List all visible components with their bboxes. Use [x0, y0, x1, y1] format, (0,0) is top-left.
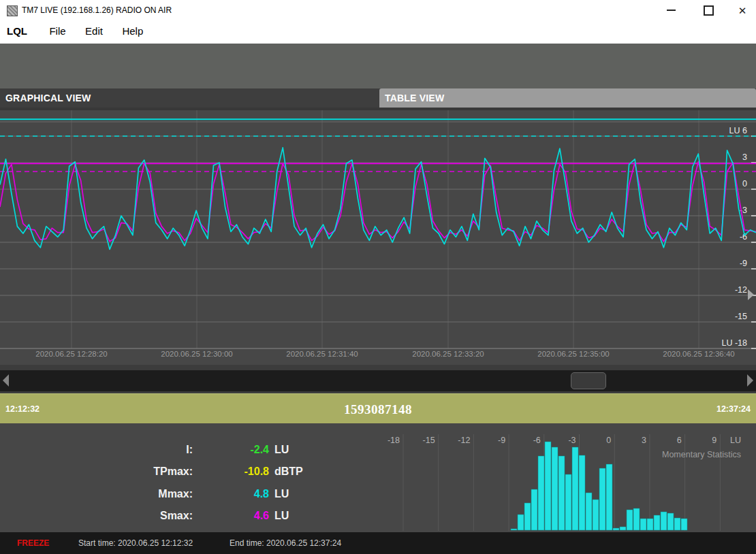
svg-text:2020.06.25 12:36:40: 2020.06.25 12:36:40: [663, 350, 735, 358]
title-bar: TM7 LIVE (192.168.1.26) RADIO ON AIR ✕: [0, 0, 756, 20]
minimize-icon: [667, 10, 676, 11]
stat-label: Mmax:: [0, 488, 193, 500]
svg-text:Momentary Statistics: Momentary Statistics: [662, 450, 741, 459]
stat-label: I:: [0, 444, 193, 456]
scrollbar-track[interactable]: [0, 370, 756, 391]
stat-row-smax: Smax: 4.6 LU: [0, 510, 354, 525]
loudness-chart-svg[interactable]: LU 630-3-6-9-12-15LU -182020.06.25 12:28…: [0, 108, 756, 365]
svg-text:-9: -9: [498, 436, 505, 445]
stat-label: TPmax:: [0, 466, 193, 478]
svg-text:3: 3: [642, 436, 646, 445]
tab-table-view[interactable]: TABLE VIEW: [379, 88, 756, 108]
scroll-right-icon[interactable]: [747, 374, 753, 387]
svg-text:-9: -9: [740, 259, 747, 268]
svg-text:LU -18: LU -18: [721, 338, 747, 348]
svg-text:2020.06.25 12:31:40: 2020.06.25 12:31:40: [286, 350, 358, 358]
svg-text:9: 9: [712, 436, 716, 445]
stat-value: 4.6: [198, 510, 269, 522]
status-bar: FREEZE Start time: 2020.06.25 12:12:32 E…: [0, 532, 756, 554]
stat-row-mmax: Mmax: 4.8 LU: [0, 488, 354, 503]
stat-value: -10.8: [198, 466, 269, 478]
maximize-button[interactable]: [697, 0, 720, 20]
svg-text:6: 6: [677, 436, 682, 445]
tab-graphical-view[interactable]: GRAPHICAL VIEW: [0, 88, 379, 108]
stat-value: 4.8: [198, 488, 269, 500]
svg-text:0: 0: [606, 436, 611, 445]
log-start-time: Start time: 2020.06.25 12:12:32: [78, 532, 193, 554]
statistics-panel: I: -2.4 LU TPmax: -10.8 dBTP Mmax: 4.8 L…: [0, 423, 756, 532]
svg-text:3: 3: [742, 152, 747, 162]
menu-item-help[interactable]: Help: [114, 20, 151, 44]
svg-text:-15: -15: [735, 312, 747, 321]
stat-row-integrated: I: -2.4 LU: [0, 444, 354, 459]
minimize-button[interactable]: [659, 0, 682, 20]
scroll-left-icon[interactable]: [3, 374, 9, 387]
selection-time-bar: 12:12:32 1593087148 12:37:24: [0, 393, 756, 423]
stat-value: -2.4: [198, 444, 269, 456]
menu-item-lql[interactable]: LQL: [0, 20, 38, 44]
freeze-indicator: FREEZE: [17, 532, 49, 554]
svg-text:-6: -6: [533, 436, 541, 445]
stat-label: Smax:: [0, 510, 193, 522]
timeline-scrollbar: [0, 365, 756, 393]
loudness-chart[interactable]: LU 630-3-6-9-12-15LU -182020.06.25 12:28…: [0, 108, 756, 365]
scrollbar-thumb[interactable]: [571, 372, 606, 389]
stat-unit: LU: [274, 488, 289, 500]
svg-text:-12: -12: [458, 436, 470, 445]
svg-text:-12: -12: [735, 285, 747, 295]
svg-text:-15: -15: [423, 436, 435, 445]
svg-text:-3: -3: [568, 436, 576, 445]
selection-end-time: 12:37:24: [716, 394, 751, 424]
svg-text:2020.06.25 12:35:00: 2020.06.25 12:35:00: [537, 350, 610, 358]
svg-text:0: 0: [742, 179, 747, 189]
stat-unit: LU: [274, 444, 289, 456]
svg-text:2020.06.25 12:28:20: 2020.06.25 12:28:20: [35, 350, 108, 358]
svg-text:LU: LU: [730, 436, 741, 445]
close-icon: ✕: [738, 5, 747, 16]
svg-text:-18: -18: [388, 436, 400, 445]
selection-timestamp: 1593087148: [0, 394, 756, 424]
log-end-time: End time: 2020.06.25 12:37:24: [230, 532, 341, 554]
svg-text:LU 6: LU 6: [729, 126, 747, 135]
close-button[interactable]: ✕: [731, 0, 754, 20]
app-icon: [7, 5, 18, 16]
menu-bar: LQL File Edit Help: [0, 20, 756, 44]
window-title: TM7 LIVE (192.168.1.26) RADIO ON AIR: [22, 0, 172, 20]
svg-text:2020.06.25 12:33:20: 2020.06.25 12:33:20: [412, 350, 484, 358]
maximize-icon: [704, 5, 714, 16]
stat-row-tpmax: TPmax: -10.8 dBTP: [0, 466, 354, 480]
toolbar: RTW LIVE 30 s 10 min 1 h 12 h Target: -2…: [0, 44, 756, 88]
stat-unit: dBTP: [274, 466, 303, 478]
svg-text:2020.06.25 12:30:00: 2020.06.25 12:30:00: [161, 350, 233, 358]
menu-item-edit[interactable]: Edit: [77, 20, 111, 44]
menu-item-file[interactable]: File: [41, 20, 74, 44]
momentary-statistics-histogram: -18-15-12-9-6-30369LUMomentary Statistic…: [378, 423, 756, 532]
view-tabs: GRAPHICAL VIEW TABLE VIEW: [0, 88, 756, 108]
stat-unit: LU: [274, 510, 289, 522]
